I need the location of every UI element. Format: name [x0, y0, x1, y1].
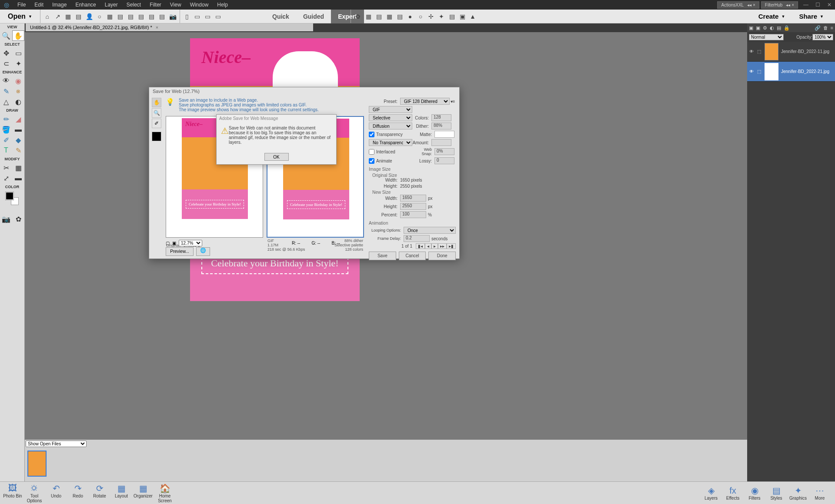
group-icon[interactable]: ▣ — [756, 25, 760, 31]
new-layer-icon[interactable]: ▣ — [749, 25, 753, 31]
toolbar-icon-r7[interactable]: ○ — [417, 13, 424, 20]
toolbar-icon-r11[interactable]: ▣ — [459, 13, 466, 20]
percent-input[interactable]: 100 — [400, 211, 426, 218]
content-move-tool[interactable]: ⤢ — [0, 173, 12, 183]
toolbar-icon-r3[interactable]: ▤ — [375, 13, 382, 20]
undo-button[interactable]: ↶Undo — [45, 483, 67, 503]
save-button[interactable]: Save — [369, 252, 396, 260]
preview-button[interactable]: Preview... — [166, 247, 194, 256]
visibility-icon[interactable]: 👁 — [747, 69, 756, 74]
redeye-tool[interactable]: 👁 — [0, 76, 12, 86]
dither-method-select[interactable]: Diffusion — [369, 123, 412, 129]
open-button[interactable]: Open▼ — [0, 13, 40, 20]
done-button[interactable]: Done — [428, 252, 456, 260]
adjust-icon[interactable]: ▤ — [777, 25, 781, 31]
clone-tool[interactable]: ⎈ — [12, 86, 24, 96]
win-minimize-icon[interactable]: — — [800, 2, 812, 8]
graphics-button[interactable]: ✦Graphics — [787, 485, 809, 501]
layout-button[interactable]: ▦Layout — [110, 483, 132, 503]
menu-edit[interactable]: Edit — [30, 2, 48, 8]
menu-enhance[interactable]: Enhance — [71, 2, 100, 8]
cancel-button[interactable]: Cancel — [399, 252, 426, 260]
menu-help[interactable]: Help — [213, 2, 232, 8]
toolbar-icon-r8[interactable]: ✢ — [428, 13, 434, 20]
animate-checkbox[interactable] — [369, 158, 374, 164]
spot-heal-tool[interactable]: ◉ — [12, 76, 24, 86]
styles-button[interactable]: ▤Styles — [765, 485, 787, 501]
browser-preview-icon[interactable]: 🌐 — [196, 247, 210, 256]
toolbar-icon-r10[interactable]: ▤ — [448, 13, 455, 20]
layer-row[interactable]: 👁 ⬚ Jennifer-BD_2022-11.jpg — [747, 42, 835, 62]
toolbar-icon-10[interactable]: ▤ — [138, 13, 145, 20]
share-button[interactable]: Share ▼ — [792, 13, 831, 20]
colors-input[interactable]: 128 — [431, 114, 451, 121]
toolbar-icon-r5[interactable]: ▤ — [396, 13, 403, 20]
toolbar-icon-3[interactable]: ▦ — [65, 13, 72, 20]
fill-tool[interactable]: 🪣 — [0, 124, 12, 135]
mode-quick[interactable]: Quick — [265, 10, 296, 23]
create-button[interactable]: Create ▼ — [752, 13, 792, 20]
menu-image[interactable]: Image — [48, 2, 71, 8]
eyedropper-tool-icon[interactable]: ✐ — [152, 119, 161, 128]
opacity-select[interactable]: 100% — [812, 34, 833, 40]
fx-icon[interactable]: ⚙ — [763, 25, 767, 31]
looping-select[interactable]: Once — [404, 227, 456, 234]
toolbar-icon-r6[interactable]: ● — [407, 13, 414, 20]
menu-icon[interactable]: ≡ — [831, 25, 833, 30]
frame-delay-input[interactable]: 0.2 — [404, 235, 430, 242]
transparency-checkbox[interactable] — [369, 132, 374, 137]
menu-filter[interactable]: Filter — [145, 2, 166, 8]
brush-tool[interactable]: ✎ — [0, 86, 12, 96]
ok-button[interactable]: OK — [264, 153, 289, 161]
toolbar-icon-6[interactable]: ○ — [96, 13, 103, 20]
link-icon[interactable]: 🔗 — [815, 25, 821, 31]
hand-tool-icon[interactable]: ✋ — [152, 98, 161, 107]
show-open-files-select[interactable]: Show Open Files — [26, 441, 87, 447]
bottom-tool-2[interactable]: ✿ — [12, 214, 24, 224]
frame-prev-icon[interactable]: ◂ — [425, 243, 431, 249]
menu-view[interactable]: View — [166, 2, 186, 8]
toolbar-icon-12[interactable]: ▤ — [159, 13, 166, 20]
zoom-tool-icon[interactable]: 🔍 — [152, 108, 161, 118]
toolbar-icon-16[interactable]: ▭ — [204, 13, 211, 20]
move-tool[interactable]: ✥ — [0, 48, 12, 58]
toolbar-icon-9[interactable]: ▤ — [127, 13, 134, 20]
effects-button[interactable]: fxEffects — [722, 485, 744, 501]
pencil2-tool[interactable]: ✎ — [12, 145, 24, 156]
open-file-thumbnail[interactable] — [27, 451, 47, 477]
toolbar-icon-11[interactable]: ▤ — [148, 13, 155, 20]
menu-file[interactable]: File — [13, 2, 30, 8]
recompose-tool[interactable]: ▦ — [12, 162, 24, 173]
bottom-tool-1[interactable]: 📷 — [0, 214, 12, 224]
toolbar-icon-13[interactable]: 📷 — [169, 13, 176, 20]
sponge-tool[interactable]: ◐ — [12, 96, 24, 107]
filters-button[interactable]: ◉Filters — [744, 485, 765, 501]
toggle-2[interactable]: ▣ — [172, 241, 176, 245]
toolbar-icon-4[interactable]: ▤ — [75, 13, 82, 20]
color-swatch-small[interactable] — [152, 132, 161, 141]
type-tool[interactable]: T — [0, 145, 12, 156]
frame-next-icon[interactable]: ▸▸ — [438, 243, 447, 249]
trans-dither-select[interactable]: No Transparency Dither — [369, 139, 412, 146]
toolbar-icon-r4[interactable]: ▦ — [386, 13, 393, 20]
photo-bin-button[interactable]: 🖼Photo Bin — [2, 483, 23, 503]
win-maximize-icon[interactable]: ☐ — [812, 2, 824, 8]
panel-filterhub[interactable]: FilterHub◂◂ × — [761, 1, 798, 9]
toolbar-icon-17[interactable]: ▭ — [215, 13, 222, 20]
trash-icon[interactable]: 🗑 — [823, 25, 828, 30]
zoom-select[interactable]: 12.7% — [179, 240, 202, 246]
toolbar-icon-8[interactable]: ▤ — [117, 13, 124, 20]
zoom-tool[interactable]: 🔍 — [0, 30, 12, 41]
eyedropper-tool[interactable]: ✐ — [0, 135, 12, 145]
toolbar-icon-r1[interactable]: ✿ — [354, 13, 361, 20]
matte-input[interactable] — [434, 131, 454, 138]
pencil-tool[interactable]: ✏ — [0, 114, 12, 124]
tool-options-button[interactable]: ⛭Tool Options — [23, 483, 45, 503]
more-button[interactable]: ⋯More — [809, 485, 831, 501]
new-width-input[interactable]: 1650 — [400, 195, 426, 202]
mask-icon[interactable]: ◐ — [770, 25, 774, 31]
document-tab[interactable]: Untitled-1 @ 32.4% (Jennifer-BD_2022-21.… — [26, 24, 163, 31]
toggle-1[interactable]: ▢ — [166, 241, 170, 245]
close-tab-icon[interactable]: × — [156, 25, 158, 30]
toolbar-icon-1[interactable]: ⌂ — [44, 13, 51, 20]
